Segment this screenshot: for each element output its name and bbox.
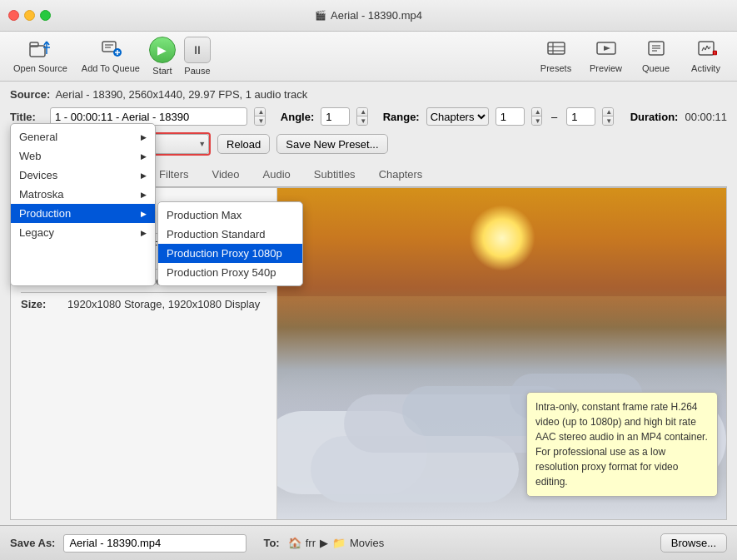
range-from-input[interactable] [495,107,525,126]
add-to-queue-icon [99,39,122,61]
angle-stepper-up[interactable]: ▲ [357,108,367,116]
svg-rect-0 [30,46,45,57]
minimize-button[interactable] [24,10,35,21]
chevron-right-icon: ▶ [141,229,147,237]
svg-marker-17 [604,46,610,51]
activity-button[interactable]: ! Activity [683,36,729,77]
stepper-up[interactable]: ▲ [255,108,265,116]
svg-rect-6 [102,42,116,52]
sub-item-production-max[interactable]: Production Max [158,206,302,225]
preview-area: Intra-only, constant frame rate H.264 vi… [277,188,726,519]
home-icon: 🏠 [288,537,301,549]
divider3 [21,292,266,293]
tooltip: Intra-only, constant frame rate H.264 vi… [526,392,718,497]
chevron-right-icon: ▶ [141,133,147,141]
sub-item-production-proxy-540p[interactable]: Production Proxy 540p [158,263,302,282]
chevron-right-icon: ▶ [141,191,147,199]
svg-text:!: ! [714,51,715,56]
svg-line-27 [709,47,710,49]
start-icon[interactable]: ▶ [149,37,176,63]
window-icon: 🎬 [315,10,326,21]
dropdown-item-web[interactable]: Web ▶ [11,146,155,166]
range-to-input[interactable] [566,107,595,126]
open-source-button[interactable]: Open Source [8,36,72,77]
maximize-button[interactable] [40,10,51,21]
pause-icon[interactable]: ⏸ [184,37,211,63]
chevron-right-icon: ▶ [141,210,147,218]
production-sub-dropdown[interactable]: Production Max Production Standard Produ… [157,201,303,286]
save-as-input[interactable] [63,534,246,553]
chevron-right-icon: ▶ [141,152,147,161]
start-button[interactable]: ▶ Start [149,37,176,76]
activity-icon: ! [695,39,717,61]
tab-subtitles[interactable]: Subtitles [302,164,367,186]
preset-dropdown[interactable]: General ▶ Web ▶ Devices ▶ Matroska ▶ Pro… [10,123,156,286]
add-to-queue-button[interactable]: Add To Queue [77,36,145,77]
content-area: Source: Aerial - 18390, 2560x1440, 29.97… [0,82,737,527]
angle-stepper[interactable]: ▲ ▼ [356,107,367,126]
path-display: 🏠 frr ▶ 📁 Movies [288,537,384,549]
dropdown-item-devices[interactable]: Devices ▶ [11,166,155,185]
title-bar: 🎬 Aerial - 18390.mp4 [0,0,737,32]
window-title: 🎬 Aerial - 18390.mp4 [315,9,422,22]
toolbar: Open Source Add To Queue ▶ Start ⏸ Pause [0,32,737,82]
size-row: Size: 1920x1080 Storage, 1920x1080 Displ… [21,298,266,310]
range-from-stepper[interactable]: ▲ ▼ [531,107,542,126]
dropdown-overlay: ➤ General ▶ Web ▶ Devices ▶ Matroska ▶ P… [10,123,303,286]
source-row: Source: Aerial - 18390, 2560x1440, 29.97… [10,88,727,101]
preview-icon [595,39,617,61]
svg-rect-1 [30,42,38,47]
chevron-right-icon: ▶ [141,171,147,180]
preview-button[interactable]: Preview [583,36,629,77]
open-source-icon [28,39,52,61]
tab-chapters[interactable]: Chapters [367,164,435,186]
browse-button[interactable]: Browse... [660,533,727,553]
sub-item-production-standard[interactable]: Production Standard [158,225,302,244]
presets-icon [545,39,567,61]
svg-rect-12 [548,42,565,54]
dropdown-item-production[interactable]: Production ▶ [11,204,155,223]
queue-icon [645,39,667,61]
dropdown-item-matroska[interactable]: Matroska ▶ [11,185,155,204]
angle-stepper-down[interactable]: ▼ [357,116,367,125]
sub-item-production-proxy-1080p[interactable]: Production Proxy 1080p [158,244,302,263]
angle-input[interactable] [321,107,350,126]
close-button[interactable] [8,10,19,21]
range-to-stepper[interactable]: ▲ ▼ [602,107,613,126]
pause-button[interactable]: ⏸ Pause [184,37,211,76]
range-type-select[interactable]: Chapters [426,107,489,126]
traffic-lights [8,10,51,21]
dropdown-item-general[interactable]: General ▶ [11,127,155,146]
queue-button[interactable]: Queue [633,36,679,77]
svg-line-25 [705,46,707,50]
presets-button[interactable]: Presets [533,36,579,77]
bottom-bar: Save As: To: 🏠 frr ▶ 📁 Movies Browse... [0,525,737,560]
dropdown-item-legacy[interactable]: Legacy ▶ [11,223,155,242]
folder-icon: 📁 [332,537,346,549]
